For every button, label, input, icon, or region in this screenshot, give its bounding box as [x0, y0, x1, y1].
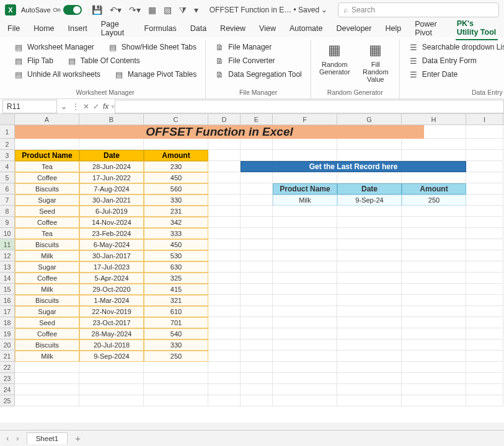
cell[interactable] — [79, 362, 144, 373]
cell[interactable] — [273, 228, 337, 239]
cmd-enter-date[interactable]: ☰Enter Date — [406, 68, 504, 81]
cell[interactable] — [337, 139, 402, 150]
cell[interactable] — [208, 161, 241, 172]
cell[interactable] — [15, 373, 79, 384]
cell[interactable] — [241, 395, 273, 406]
cell[interactable] — [273, 206, 337, 217]
cell[interactable] — [466, 328, 503, 339]
cell[interactable] — [208, 172, 241, 183]
data-cell[interactable]: Coffee — [15, 273, 79, 284]
cell[interactable] — [208, 295, 241, 306]
formula-input[interactable] — [115, 100, 504, 113]
cell[interactable] — [241, 273, 273, 284]
cell[interactable] — [273, 273, 337, 284]
cell[interactable] — [208, 250, 241, 261]
cell[interactable] — [466, 228, 503, 239]
data-cell[interactable]: 28-May-2024 — [79, 328, 144, 339]
cell[interactable] — [208, 273, 241, 284]
cell[interactable] — [273, 139, 337, 150]
row-header[interactable]: 6 — [0, 183, 15, 195]
row-header[interactable]: 24 — [0, 384, 15, 395]
cell[interactable] — [241, 217, 273, 228]
cell[interactable] — [337, 384, 402, 395]
tab-help[interactable]: Help — [384, 22, 402, 35]
data-cell[interactable]: 14-Nov-2024 — [79, 217, 144, 228]
cell[interactable] — [144, 362, 208, 373]
cell[interactable] — [15, 139, 79, 150]
cell[interactable] — [466, 261, 503, 273]
column-header-C[interactable]: C — [144, 114, 208, 125]
cell[interactable] — [337, 261, 402, 273]
row-header[interactable]: 12 — [0, 250, 15, 261]
fx-icon[interactable]: fx — [103, 102, 108, 111]
undo-icon[interactable]: ↶▾ — [110, 5, 122, 15]
cell[interactable] — [144, 373, 208, 384]
redo-icon[interactable]: ↷▾ — [129, 5, 141, 15]
cell[interactable] — [466, 161, 503, 172]
cell[interactable] — [466, 295, 503, 306]
row-header[interactable]: 2 — [0, 139, 15, 150]
column-header-G[interactable]: G — [337, 114, 402, 125]
cell[interactable] — [79, 395, 144, 406]
tab-view[interactable]: View — [258, 22, 277, 35]
cell[interactable] — [273, 384, 337, 395]
row-header[interactable]: 19 — [0, 328, 15, 339]
cell[interactable] — [273, 339, 337, 351]
cell[interactable] — [273, 261, 337, 273]
cell[interactable] — [273, 362, 337, 373]
data-cell[interactable]: 6-Jul-2019 — [79, 206, 144, 217]
data-cell[interactable]: 22-Nov-2019 — [79, 306, 144, 317]
data-cell[interactable]: 701 — [144, 317, 208, 328]
overflow-icon[interactable]: ▾ — [194, 5, 198, 15]
cell[interactable] — [273, 239, 337, 250]
cmd-manage-pivot-tables[interactable]: ▤Manage Pivot Tables — [112, 68, 199, 81]
row-header[interactable]: 5 — [0, 172, 15, 183]
tab-data[interactable]: Data — [189, 22, 208, 35]
data-cell[interactable]: 630 — [144, 261, 208, 273]
row-header[interactable]: 10 — [0, 228, 15, 239]
save-icon[interactable]: 💾 — [92, 5, 102, 15]
data-cell[interactable]: 9-Sep-2024 — [79, 351, 144, 362]
data-cell[interactable]: 28-Jun-2024 — [79, 161, 144, 172]
data-cell[interactable]: Biscuits — [15, 295, 79, 306]
cell[interactable] — [466, 339, 503, 351]
cell[interactable] — [79, 373, 144, 384]
cmd-fill-random-value[interactable]: ▦Fill Random Value — [358, 41, 393, 83]
grid-icon[interactable]: ▦ — [148, 5, 156, 15]
cell[interactable] — [466, 150, 503, 161]
cell[interactable] — [466, 351, 503, 362]
cell[interactable] — [241, 284, 273, 295]
cell[interactable] — [466, 373, 503, 384]
cell[interactable] — [208, 239, 241, 250]
row-header[interactable]: 17 — [0, 306, 15, 317]
data-cell[interactable]: Coffee — [15, 217, 79, 228]
cell[interactable] — [241, 328, 273, 339]
cell[interactable] — [273, 150, 337, 161]
cell[interactable] — [273, 395, 337, 406]
cell[interactable] — [241, 306, 273, 317]
cell[interactable] — [241, 206, 273, 217]
cell[interactable] — [208, 261, 241, 273]
data-cell[interactable]: Milk — [273, 195, 337, 206]
cell[interactable] — [273, 250, 337, 261]
cell[interactable] — [208, 150, 241, 161]
cell[interactable] — [337, 395, 402, 406]
toolbox-icon[interactable]: ▧ — [164, 5, 172, 15]
cell[interactable] — [208, 339, 241, 351]
cell[interactable] — [241, 150, 273, 161]
cell[interactable] — [402, 295, 466, 306]
cell[interactable] — [466, 239, 503, 250]
cell[interactable] — [402, 317, 466, 328]
data-cell[interactable]: Get the Last Record here — [241, 161, 466, 172]
cell[interactable] — [337, 339, 402, 351]
data-cell[interactable]: Product Name — [273, 183, 337, 195]
cell[interactable] — [208, 317, 241, 328]
cell[interactable] — [466, 306, 503, 317]
cell[interactable] — [466, 172, 503, 183]
cell[interactable] — [402, 228, 466, 239]
cell[interactable] — [208, 362, 241, 373]
tab-developer[interactable]: Developer — [335, 22, 373, 35]
data-cell[interactable]: 23-Oct-2017 — [79, 317, 144, 328]
cell[interactable] — [144, 395, 208, 406]
cell[interactable] — [337, 351, 402, 362]
